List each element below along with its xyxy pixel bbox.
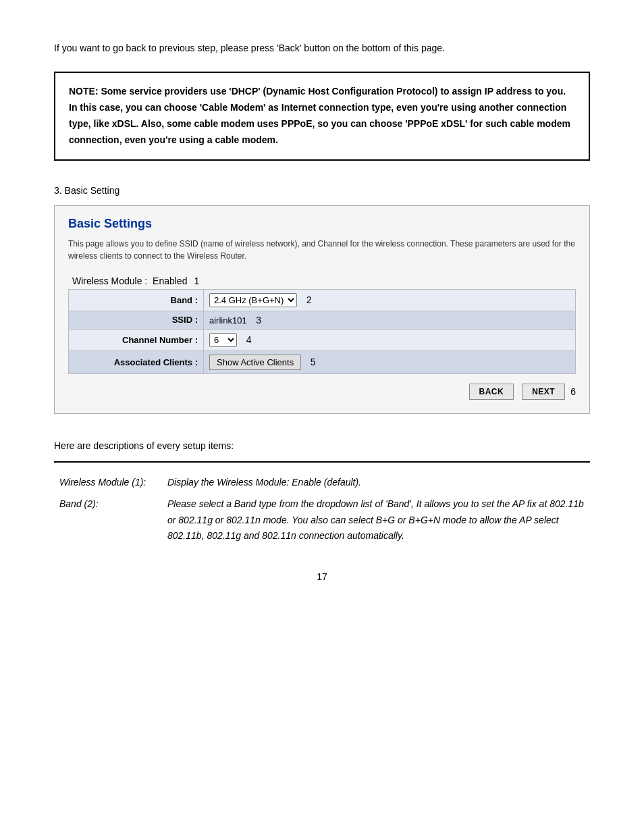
- desc-row-wireless-module: Wireless Module (1): Display the Wireles…: [54, 472, 590, 494]
- ssid-value: airlink101 3: [204, 311, 576, 329]
- ssid-text: airlink101: [209, 315, 247, 325]
- associated-clients-label: Associated Clients :: [69, 350, 204, 373]
- panel-heading: Basic Settings: [68, 217, 576, 231]
- descriptions-heading: Here are descriptions of every setup ite…: [54, 438, 590, 453]
- nav-badge: 6: [570, 386, 576, 397]
- desc-body-wireless-module: Display the Wireless Module: Enable (def…: [162, 472, 590, 494]
- associated-clients-row: Associated Clients : Show Active Clients…: [69, 350, 576, 373]
- note-text: NOTE: Some service providers use 'DHCP' …: [69, 84, 575, 148]
- band-badge: 2: [306, 294, 312, 305]
- associated-clients-value: Show Active Clients 5: [204, 350, 576, 373]
- basic-settings-panel: Basic Settings This page allows you to d…: [54, 205, 590, 414]
- band-label: Band :: [69, 289, 204, 311]
- wireless-module-label: Wireless Module :: [72, 276, 147, 286]
- navigation-buttons: BACK NEXT 6: [68, 384, 576, 400]
- band-value: 2.4 GHz (B+G+N) 2.4 GHz (B) 2.4 GHz (G) …: [204, 289, 576, 311]
- ssid-row: SSID : airlink101 3: [69, 311, 576, 329]
- back-button[interactable]: BACK: [469, 384, 514, 400]
- channel-label: Channel Number :: [69, 329, 204, 350]
- channel-select[interactable]: 123 456 789 1011: [209, 333, 237, 347]
- page-number: 17: [54, 571, 590, 582]
- descriptions-section: Here are descriptions of every setup ite…: [54, 438, 590, 548]
- desc-row-band: Band (2): Please select a Band type from…: [54, 494, 590, 547]
- associated-clients-badge: 5: [311, 357, 316, 367]
- ssid-badge: 3: [256, 315, 261, 325]
- note-box: NOTE: Some service providers use 'DHCP' …: [54, 72, 590, 160]
- channel-badge: 4: [246, 334, 252, 345]
- descriptions-table: Wireless Module (1): Display the Wireles…: [54, 472, 590, 547]
- channel-row: Channel Number : 123 456 789 1011 4: [69, 329, 576, 350]
- wireless-module-value: Enabled: [153, 276, 187, 286]
- next-button[interactable]: NEXT: [522, 384, 565, 400]
- band-row: Band : 2.4 GHz (B+G+N) 2.4 GHz (B) 2.4 G…: [69, 289, 576, 311]
- wireless-module-badge: 1: [194, 276, 199, 286]
- intro-text: If you want to go back to previous step,…: [54, 41, 590, 55]
- settings-table: Band : 2.4 GHz (B+G+N) 2.4 GHz (B) 2.4 G…: [68, 289, 576, 374]
- divider: [54, 461, 590, 463]
- band-select[interactable]: 2.4 GHz (B+G+N) 2.4 GHz (B) 2.4 GHz (G) …: [209, 293, 297, 307]
- panel-description: This page allows you to define SSID (nam…: [68, 238, 576, 262]
- desc-term-band: Band (2):: [54, 494, 162, 547]
- show-active-clients-button[interactable]: Show Active Clients: [209, 355, 301, 370]
- desc-term-wireless-module: Wireless Module (1):: [54, 472, 162, 494]
- wireless-module-row: Wireless Module : Enabled 1: [68, 273, 576, 289]
- section-title: 3. Basic Setting: [54, 185, 590, 196]
- channel-value: 123 456 789 1011 4: [204, 329, 576, 350]
- ssid-label: SSID :: [69, 311, 204, 329]
- desc-body-band: Please select a Band type from the dropd…: [162, 494, 590, 547]
